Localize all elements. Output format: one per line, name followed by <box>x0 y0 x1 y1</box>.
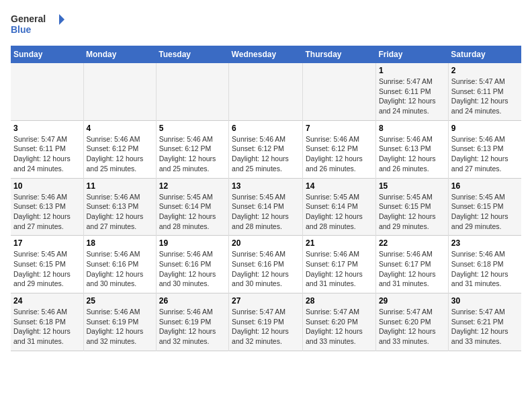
day-cell: 20Sunrise: 5:46 AM Sunset: 6:16 PM Dayli… <box>229 236 303 293</box>
day-cell: 16Sunrise: 5:45 AM Sunset: 6:15 PM Dayli… <box>448 178 521 236</box>
day-cell: 18Sunrise: 5:46 AM Sunset: 6:16 PM Dayli… <box>83 236 156 293</box>
svg-text:General: General <box>11 13 46 24</box>
day-info: Sunrise: 5:46 AM Sunset: 6:13 PM Dayligh… <box>379 134 445 174</box>
day-info: Sunrise: 5:47 AM Sunset: 6:21 PM Dayligh… <box>451 307 519 347</box>
day-cell: 21Sunrise: 5:46 AM Sunset: 6:17 PM Dayli… <box>303 236 376 293</box>
header-friday: Friday <box>375 46 448 63</box>
day-number: 8 <box>379 124 445 133</box>
day-info: Sunrise: 5:46 AM Sunset: 6:19 PM Dayligh… <box>87 307 153 347</box>
day-cell: 28Sunrise: 5:47 AM Sunset: 6:20 PM Dayli… <box>303 293 376 351</box>
day-info: Sunrise: 5:46 AM Sunset: 6:19 PM Dayligh… <box>159 307 226 347</box>
day-info: Sunrise: 5:45 AM Sunset: 6:14 PM Dayligh… <box>232 192 300 232</box>
day-cell: 25Sunrise: 5:46 AM Sunset: 6:19 PM Dayli… <box>83 293 156 351</box>
day-cell: 29Sunrise: 5:47 AM Sunset: 6:20 PM Dayli… <box>375 293 448 351</box>
day-info: Sunrise: 5:47 AM Sunset: 6:19 PM Dayligh… <box>232 307 300 347</box>
day-cell: 23Sunrise: 5:46 AM Sunset: 6:18 PM Dayli… <box>448 236 521 293</box>
day-number: 10 <box>13 181 81 191</box>
day-cell: 6Sunrise: 5:46 AM Sunset: 6:12 PM Daylig… <box>229 120 303 178</box>
svg-text:Blue: Blue <box>11 24 32 35</box>
week-row-4: 17Sunrise: 5:45 AM Sunset: 6:15 PM Dayli… <box>11 236 521 293</box>
day-info: Sunrise: 5:46 AM Sunset: 6:16 PM Dayligh… <box>232 249 300 289</box>
day-cell: 1Sunrise: 5:47 AM Sunset: 6:11 PM Daylig… <box>375 63 448 120</box>
day-cell: 22Sunrise: 5:46 AM Sunset: 6:17 PM Dayli… <box>375 236 448 293</box>
day-number: 30 <box>451 296 519 306</box>
day-number: 20 <box>232 238 300 248</box>
day-info: Sunrise: 5:46 AM Sunset: 6:17 PM Dayligh… <box>379 249 445 289</box>
day-number: 23 <box>451 238 519 248</box>
day-cell: 14Sunrise: 5:45 AM Sunset: 6:14 PM Dayli… <box>303 178 376 236</box>
day-number: 21 <box>306 238 373 248</box>
day-cell: 4Sunrise: 5:46 AM Sunset: 6:12 PM Daylig… <box>83 120 156 178</box>
day-info: Sunrise: 5:45 AM Sunset: 6:14 PM Dayligh… <box>159 192 226 232</box>
day-cell: 11Sunrise: 5:46 AM Sunset: 6:13 PM Dayli… <box>83 178 156 236</box>
day-cell: 24Sunrise: 5:46 AM Sunset: 6:18 PM Dayli… <box>11 293 83 351</box>
header-monday: Monday <box>83 46 156 63</box>
day-info: Sunrise: 5:45 AM Sunset: 6:15 PM Dayligh… <box>13 249 81 289</box>
day-number: 19 <box>159 238 226 248</box>
day-number: 29 <box>379 296 445 306</box>
day-cell: 7Sunrise: 5:46 AM Sunset: 6:12 PM Daylig… <box>303 120 376 178</box>
day-cell: 3Sunrise: 5:47 AM Sunset: 6:11 PM Daylig… <box>11 120 83 178</box>
day-number: 9 <box>451 124 519 133</box>
day-cell <box>11 63 83 120</box>
day-info: Sunrise: 5:46 AM Sunset: 6:13 PM Dayligh… <box>87 192 153 232</box>
day-info: Sunrise: 5:45 AM Sunset: 6:15 PM Dayligh… <box>451 192 519 232</box>
day-cell: 15Sunrise: 5:45 AM Sunset: 6:15 PM Dayli… <box>375 178 448 236</box>
day-info: Sunrise: 5:46 AM Sunset: 6:16 PM Dayligh… <box>159 249 226 289</box>
svg-marker-2 <box>59 14 64 25</box>
day-number: 27 <box>232 296 300 306</box>
logo-svg: General Blue <box>11 11 64 38</box>
day-info: Sunrise: 5:46 AM Sunset: 6:18 PM Dayligh… <box>13 307 81 347</box>
day-number: 16 <box>451 181 519 191</box>
header-saturday: Saturday <box>448 46 521 63</box>
day-number: 7 <box>306 124 373 133</box>
header-wednesday: Wednesday <box>229 46 303 63</box>
header-row: SundayMondayTuesdayWednesdayThursdayFrid… <box>11 46 521 63</box>
day-number: 12 <box>159 181 226 191</box>
header-tuesday: Tuesday <box>156 46 228 63</box>
week-row-2: 3Sunrise: 5:47 AM Sunset: 6:11 PM Daylig… <box>11 120 521 178</box>
day-info: Sunrise: 5:47 AM Sunset: 6:11 PM Dayligh… <box>379 77 445 116</box>
day-cell: 9Sunrise: 5:46 AM Sunset: 6:13 PM Daylig… <box>448 120 521 178</box>
day-info: Sunrise: 5:46 AM Sunset: 6:13 PM Dayligh… <box>13 192 81 232</box>
day-number: 28 <box>306 296 373 306</box>
week-row-5: 24Sunrise: 5:46 AM Sunset: 6:18 PM Dayli… <box>11 293 521 351</box>
day-number: 5 <box>159 124 226 133</box>
day-cell: 26Sunrise: 5:46 AM Sunset: 6:19 PM Dayli… <box>156 293 228 351</box>
day-info: Sunrise: 5:47 AM Sunset: 6:20 PM Dayligh… <box>379 307 445 347</box>
day-info: Sunrise: 5:47 AM Sunset: 6:11 PM Dayligh… <box>13 134 81 174</box>
day-number: 15 <box>379 181 445 191</box>
day-number: 14 <box>306 181 373 191</box>
header-sunday: Sunday <box>11 46 83 63</box>
day-cell: 2Sunrise: 5:47 AM Sunset: 6:11 PM Daylig… <box>448 63 521 120</box>
day-cell <box>303 63 376 120</box>
day-number: 4 <box>87 124 153 133</box>
day-info: Sunrise: 5:45 AM Sunset: 6:15 PM Dayligh… <box>379 192 445 232</box>
day-cell: 17Sunrise: 5:45 AM Sunset: 6:15 PM Dayli… <box>11 236 83 293</box>
day-number: 6 <box>232 124 300 133</box>
header-thursday: Thursday <box>303 46 376 63</box>
day-number: 13 <box>232 181 300 191</box>
day-number: 17 <box>13 238 81 248</box>
day-cell: 19Sunrise: 5:46 AM Sunset: 6:16 PM Dayli… <box>156 236 228 293</box>
day-cell <box>156 63 228 120</box>
day-number: 1 <box>379 66 445 75</box>
day-number: 24 <box>13 296 81 306</box>
day-number: 18 <box>87 238 153 248</box>
day-cell: 12Sunrise: 5:45 AM Sunset: 6:14 PM Dayli… <box>156 178 228 236</box>
day-cell: 8Sunrise: 5:46 AM Sunset: 6:13 PM Daylig… <box>375 120 448 178</box>
day-info: Sunrise: 5:45 AM Sunset: 6:14 PM Dayligh… <box>306 192 373 232</box>
day-cell <box>83 63 156 120</box>
day-cell: 13Sunrise: 5:45 AM Sunset: 6:14 PM Dayli… <box>229 178 303 236</box>
day-info: Sunrise: 5:46 AM Sunset: 6:18 PM Dayligh… <box>451 249 519 289</box>
logo: General Blue <box>11 11 64 38</box>
day-info: Sunrise: 5:46 AM Sunset: 6:13 PM Dayligh… <box>451 134 519 174</box>
day-info: Sunrise: 5:46 AM Sunset: 6:12 PM Dayligh… <box>306 134 373 174</box>
day-number: 25 <box>87 296 153 306</box>
calendar-table: SundayMondayTuesdayWednesdayThursdayFrid… <box>11 46 521 351</box>
day-cell: 10Sunrise: 5:46 AM Sunset: 6:13 PM Dayli… <box>11 178 83 236</box>
day-info: Sunrise: 5:46 AM Sunset: 6:17 PM Dayligh… <box>306 249 373 289</box>
page-header: General Blue <box>11 11 521 38</box>
day-cell <box>229 63 303 120</box>
day-info: Sunrise: 5:46 AM Sunset: 6:12 PM Dayligh… <box>159 134 226 174</box>
